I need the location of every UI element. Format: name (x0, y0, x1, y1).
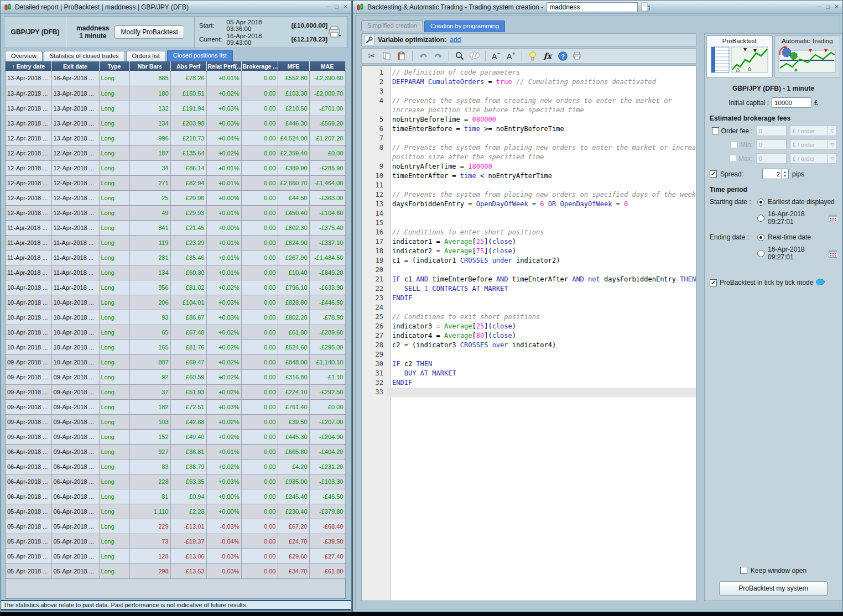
table-row[interactable]: 05-Apr-2018 ...05-Apr-2018 ...Long128-£1… (6, 549, 345, 563)
table-row[interactable]: 11-Apr-2018 ...11-Apr-2018 ...Long119£23… (6, 235, 345, 250)
code-line[interactable]: 18indicator2 = Average[75](close) (362, 247, 696, 256)
code-line[interactable]: 17indicator1 = Average[25](close) (362, 237, 696, 247)
code-line[interactable]: 30IF c2 THEN (362, 359, 696, 369)
tab-simplified-creation[interactable]: Simplified creation (361, 20, 423, 31)
keep-window-open-checkbox[interactable] (740, 567, 747, 574)
code-line[interactable]: 6timeEnterBefore = time >= noEntryBefore… (362, 124, 696, 134)
table-row[interactable]: 12-Apr-2018 ...13-Apr-2018 ...Long996£21… (6, 130, 345, 145)
code-line[interactable]: 2DEFPARAM CumulateOrders = true // Cumul… (362, 77, 696, 87)
code-line[interactable]: 26indicator3 = Average[25](close) (362, 322, 696, 331)
table-row[interactable]: 12-Apr-2018 ...12-Apr-2018 ...Long271£82… (6, 175, 345, 190)
decrease-font-icon[interactable]: A− (491, 50, 502, 61)
table-row[interactable]: 10-Apr-2018 ...11-Apr-2018 ...Long956£81… (6, 280, 345, 295)
rename-help-icon[interactable]: ? (641, 2, 650, 12)
speech-bubble-icon[interactable] (816, 279, 825, 286)
table-row[interactable]: 10-Apr-2018 ...10-Apr-2018 ...Long165£81… (6, 340, 345, 354)
starting-earliest-radio[interactable] (757, 199, 764, 206)
ending-realtime-radio[interactable] (757, 234, 764, 241)
table-row[interactable]: 11-Apr-2018 ...12-Apr-2018 ...Long841£21… (6, 220, 345, 235)
close-icon[interactable]: ✕ (343, 4, 348, 10)
table-row[interactable]: 12-Apr-2018 ...12-Apr-2018 ...Long187£13… (6, 145, 345, 160)
code-line[interactable]: 15 (362, 218, 696, 228)
ending-custom-date-radio[interactable] (757, 250, 764, 257)
redo-icon[interactable] (433, 50, 444, 61)
order-fee-checkbox[interactable] (712, 127, 719, 134)
code-line[interactable]: 32ENDIF (362, 378, 696, 388)
print-icon[interactable] (572, 50, 583, 61)
tab-overview[interactable]: Overview (5, 51, 43, 61)
min-fee-input[interactable]: 0 (756, 139, 787, 150)
minimize-icon[interactable]: ─ (817, 4, 821, 10)
table-row[interactable]: 10-Apr-2018 ...10-Apr-2018 ...Long65£67.… (6, 325, 345, 340)
code-line[interactable]: 13daysForbiddenEntry = OpenDayOfWeek = 6… (362, 200, 696, 209)
help-icon[interactable]: ? (557, 50, 568, 61)
tab-statistics-of-closed-trades[interactable]: Statistics of closed trades (44, 51, 125, 61)
code-line[interactable]: 10timeEnterAfter = time < noEntryAfterTi… (362, 171, 696, 181)
cut-icon[interactable]: ✂ (366, 50, 377, 61)
table-row[interactable]: 13-Apr-2018 ...13-Apr-2018 ...Long180£15… (6, 86, 345, 101)
order-fee-input[interactable]: 0 (756, 126, 787, 136)
code-line[interactable]: 33 (362, 388, 696, 397)
code-line[interactable]: 1// Definition of code parameters (362, 68, 696, 77)
column-header-abs-perf[interactable]: Abs Perf (170, 61, 206, 71)
insert-function-icon[interactable]: ƒx (542, 50, 553, 61)
max-fee-input[interactable]: 0 (756, 153, 787, 164)
code-line[interactable]: position size after the specified time (362, 153, 696, 162)
code-line[interactable]: 16// Conditions to enter short positions (362, 228, 696, 237)
code-line[interactable]: 20 (362, 265, 696, 275)
spread-stepper[interactable]: 2 ▲▼ (762, 169, 789, 179)
comment-icon[interactable]: // (469, 50, 480, 61)
code-editor[interactable]: 1// Definition of code parameters2DEFPAR… (361, 65, 696, 601)
table-row[interactable]: 10-Apr-2018 ...10-Apr-2018 ...Long206£10… (6, 295, 345, 310)
column-header-brokerage[interactable]: Brokerage ... (241, 61, 278, 71)
modify-probacktest-button[interactable]: Modify ProBacktest (115, 25, 184, 39)
table-row[interactable]: 12-Apr-2018 ...12-Apr-2018 ...Long49£29.… (6, 205, 345, 220)
table-row[interactable]: 11-Apr-2018 ...11-Apr-2018 ...Long281£35… (6, 250, 345, 265)
add-variable-link[interactable]: add (450, 36, 461, 44)
calendar-icon[interactable] (829, 214, 837, 222)
maximize-icon[interactable]: □ (826, 4, 830, 10)
undo-icon[interactable] (418, 50, 429, 61)
maximize-icon[interactable]: □ (335, 4, 339, 10)
paste-icon[interactable] (396, 50, 407, 61)
code-line[interactable]: 27indicator4 = Average[80](close) (362, 331, 696, 341)
hint-lightbulb-icon[interactable] (527, 50, 538, 61)
variable-optimization-button[interactable] (364, 35, 374, 45)
close-icon[interactable]: ✕ (834, 4, 839, 10)
code-line[interactable]: 8// Prevents the system from placing new… (362, 143, 696, 153)
copy-icon[interactable] (381, 50, 392, 61)
table-row[interactable]: 12-Apr-2018 ...12-Apr-2018 ...Long25£20.… (6, 190, 345, 205)
system-name-input[interactable] (547, 2, 638, 12)
table-row[interactable]: 06-Apr-2018 ...06-Apr-2018 ...Long228£53… (6, 474, 345, 489)
code-line[interactable]: 29 (362, 350, 696, 359)
code-line[interactable]: 12// Prevents the system from placing ne… (362, 190, 696, 200)
table-row[interactable]: 05-Apr-2018 ...05-Apr-2018 ...Long298-£1… (6, 563, 345, 578)
table-row[interactable]: 09-Apr-2018 ...09-Apr-2018 ...Long92£60.… (6, 369, 345, 384)
code-line[interactable]: 11 (362, 181, 696, 190)
minimize-icon[interactable]: ─ (326, 4, 330, 10)
code-line[interactable]: 23ENDIF (362, 294, 696, 303)
spread-checkbox[interactable] (710, 170, 717, 178)
code-line[interactable]: 24 (362, 303, 696, 312)
table-row[interactable]: 05-Apr-2018 ...05-Apr-2018 ...Long73-£19… (6, 534, 345, 549)
increase-font-icon[interactable]: A+ (506, 50, 517, 61)
table-row[interactable]: 09-Apr-2018 ...09-Apr-2018 ...Long152£49… (6, 429, 345, 444)
table-row[interactable]: 09-Apr-2018 ...09-Apr-2018 ...Long103£42… (6, 414, 345, 429)
table-row[interactable]: 12-Apr-2018 ...12-Apr-2018 ...Long34£86.… (6, 160, 345, 175)
table-row[interactable]: 06-Apr-2018 ...06-Apr-2018 ...Long81£0.9… (6, 489, 345, 504)
column-header-nbr-bars[interactable]: Nbr Bars (129, 61, 170, 71)
search-icon[interactable] (454, 50, 465, 61)
table-row[interactable]: 06-Apr-2018 ...09-Apr-2018 ...Long927£36… (6, 444, 345, 459)
starting-custom-date-radio[interactable] (757, 215, 764, 222)
code-line[interactable]: 22 SELL 1 CONTRACTS AT MARKET (362, 284, 696, 294)
code-line[interactable]: increase position size before the specif… (362, 106, 696, 115)
code-line[interactable]: 31 BUY AT MARKET (362, 369, 696, 378)
min-fee-unit-select[interactable]: £ / order ▽ (790, 139, 837, 150)
code-line[interactable]: 14 (362, 209, 696, 218)
code-line[interactable]: 28c2 = (indicator3 CROSSES over indicato… (362, 341, 696, 350)
max-fee-unit-select[interactable]: £ / order ▽ (790, 153, 837, 164)
tab-orders-list[interactable]: Orders list (126, 51, 166, 61)
column-header-entry-date[interactable]: ↑ Entry date (6, 61, 51, 71)
table-row[interactable]: 06-Apr-2018 ...06-Apr-2018 ...Long83£36.… (6, 459, 345, 474)
column-header-exit-date[interactable]: Exit date (51, 61, 99, 71)
